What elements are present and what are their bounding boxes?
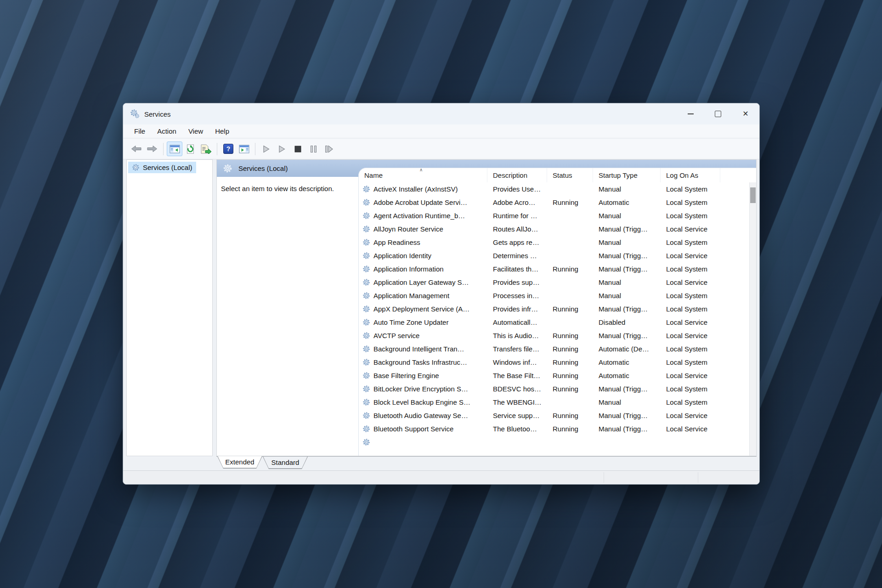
service-status: Running — [547, 198, 593, 206]
service-name: AllJoyn Router Service — [359, 225, 487, 233]
services-gear-icon — [132, 164, 140, 171]
tree-item-label: Services (Local) — [143, 164, 192, 171]
service-row[interactable]: Application IdentityDetermines …Manual (… — [359, 249, 749, 262]
service-gear-icon — [362, 372, 370, 379]
close-button[interactable]: ✕ — [732, 103, 759, 124]
service-startup-type: Manual (Trigg… — [593, 225, 661, 233]
service-row[interactable]: Application Layer Gateway S…Provides sup… — [359, 276, 749, 289]
service-row[interactable]: Bluetooth Support ServiceThe Bluetoo…Run… — [359, 422, 749, 435]
service-description: Adobe Acro… — [487, 198, 547, 206]
service-row[interactable]: AVCTP serviceThis is Audio…RunningManual… — [359, 329, 749, 342]
service-gear-icon — [362, 198, 370, 206]
service-row[interactable]: Background Intelligent Tran…Transfers fi… — [359, 342, 749, 356]
service-status: Running — [547, 412, 593, 419]
content-area: Services (Local) Services (Local) Select… — [123, 159, 759, 456]
column-header-status[interactable]: Status — [547, 168, 593, 182]
service-log-on-as: Local Service — [661, 278, 720, 286]
service-startup-type: Automatic — [593, 198, 661, 206]
menu-file[interactable]: File — [128, 126, 151, 136]
service-row[interactable]: Application InformationFacilitates th…Ru… — [359, 262, 749, 276]
vertical-scrollbar[interactable] — [749, 182, 756, 456]
service-name: Application Layer Gateway S… — [359, 278, 487, 286]
service-row[interactable]: Base Filtering EngineThe Base Filt…Runni… — [359, 369, 749, 382]
service-description: Windows inf… — [487, 358, 547, 366]
service-name: Bluetooth Audio Gateway Se… — [359, 412, 487, 419]
service-row[interactable]: BitLocker Drive Encryption S…BDESVC hos…… — [359, 382, 749, 396]
menu-help[interactable]: Help — [209, 126, 235, 136]
refresh-button[interactable] — [182, 141, 198, 156]
service-log-on-as: Local System — [661, 398, 720, 406]
sort-asc-icon: ∧ — [419, 168, 423, 172]
minimize-button[interactable] — [677, 103, 704, 124]
service-log-on-as: Local System — [661, 212, 720, 220]
service-row[interactable]: Application ManagementProcesses in…Manua… — [359, 289, 749, 302]
service-log-on-as: Local System — [661, 238, 720, 246]
service-log-on-as: Local System — [661, 345, 720, 353]
tree-item-services-local[interactable]: Services (Local) — [128, 162, 196, 173]
show-action-pane-button[interactable] — [236, 141, 252, 156]
service-description: Facilitates th… — [487, 265, 547, 273]
maximize-button[interactable] — [704, 103, 732, 124]
service-gear-icon — [362, 438, 370, 446]
service-description: The Base Filt… — [487, 372, 547, 379]
services-window: Services ✕ File Action View Help — [123, 103, 760, 485]
console-tree-icon — [170, 145, 180, 153]
service-row[interactable]: AllJoyn Router ServiceRoutes AllJo…Manua… — [359, 222, 749, 236]
service-log-on-as: Local System — [661, 292, 720, 300]
service-row[interactable]: AppX Deployment Service (A…Provides infr… — [359, 302, 749, 316]
service-description: Provides Use… — [487, 185, 547, 193]
service-description: Routes AllJo… — [487, 225, 547, 233]
service-description: Runtime for … — [487, 212, 547, 220]
toolbar-separator — [163, 143, 164, 155]
services-list-panel: ∧ Name Description Status Startup Type L… — [358, 168, 756, 456]
restart-service-button[interactable] — [321, 141, 337, 156]
resume-service-button[interactable] — [274, 141, 290, 156]
export-list-button[interactable] — [198, 141, 214, 156]
service-gear-icon — [362, 425, 370, 433]
scrollbar-thumb[interactable] — [750, 187, 756, 203]
service-name — [359, 438, 487, 446]
service-description: Determines … — [487, 252, 547, 260]
service-row[interactable]: ActiveX Installer (AxInstSV)Provides Use… — [359, 182, 749, 196]
service-row[interactable]: Agent Activation Runtime_b…Runtime for …… — [359, 209, 749, 222]
pause-service-button[interactable] — [305, 141, 321, 156]
forward-button[interactable] — [144, 141, 160, 156]
service-gear-icon — [362, 292, 370, 300]
tab-extended[interactable]: Extended — [217, 456, 262, 469]
service-startup-type: Manual — [593, 212, 661, 220]
menu-action[interactable]: Action — [151, 126, 182, 136]
service-row[interactable]: Background Tasks Infrastruc…Windows inf…… — [359, 356, 749, 369]
service-row[interactable]: Auto Time Zone UpdaterAutomaticall…Disab… — [359, 316, 749, 329]
service-status: Running — [547, 345, 593, 353]
service-log-on-as: Local System — [661, 265, 720, 273]
service-gear-icon — [362, 385, 370, 393]
column-header-startup[interactable]: Startup Type — [593, 168, 661, 182]
service-gear-icon — [362, 318, 370, 326]
help-button[interactable]: ? — [220, 141, 236, 156]
service-description: BDESVC hos… — [487, 385, 547, 393]
service-description: The WBENGI… — [487, 398, 547, 406]
help-icon: ? — [223, 144, 233, 154]
service-row[interactable]: Adobe Acrobat Update Servi…Adobe Acro…Ru… — [359, 196, 749, 209]
play-icon — [263, 145, 270, 153]
service-row[interactable]: App ReadinessGets apps re…ManualLocal Sy… — [359, 236, 749, 249]
minimize-icon — [688, 113, 694, 114]
service-description: Automaticall… — [487, 318, 547, 326]
back-button[interactable] — [129, 141, 144, 156]
stop-service-button[interactable] — [290, 141, 305, 156]
action-pane-icon — [239, 145, 249, 153]
column-header-logon[interactable]: Log On As — [661, 168, 720, 182]
column-header-name[interactable]: Name — [359, 168, 487, 182]
service-row[interactable]: Bluetooth Audio Gateway Se…Service supp…… — [359, 409, 749, 422]
service-name: AppX Deployment Service (A… — [359, 305, 487, 313]
tab-standard[interactable]: Standard — [263, 457, 308, 469]
service-name: BitLocker Drive Encryption S… — [359, 385, 487, 393]
menu-view[interactable]: View — [182, 126, 209, 136]
start-service-button[interactable] — [259, 141, 274, 156]
show-console-tree-button[interactable] — [167, 141, 182, 156]
stop-icon — [294, 146, 301, 153]
service-log-on-as: Local System — [661, 198, 720, 206]
service-startup-type: Manual (Trigg… — [593, 412, 661, 419]
column-header-description[interactable]: Description — [487, 168, 547, 182]
service-row[interactable]: Block Level Backup Engine S…The WBENGI…M… — [359, 396, 749, 409]
